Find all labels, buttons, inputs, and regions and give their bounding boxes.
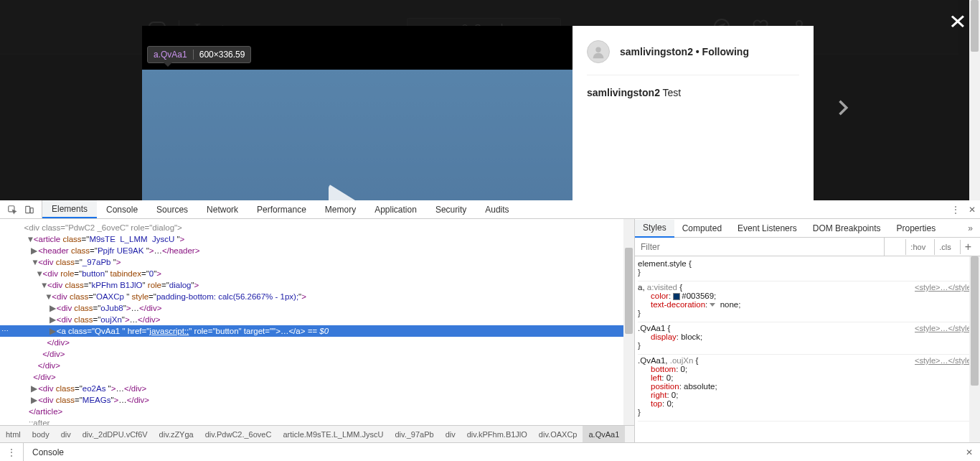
breadcrumb-item[interactable]: div.OAXCp (533, 426, 583, 442)
styles-toggle-hov[interactable]: :hov (905, 239, 930, 255)
post-sidebar: samlivingston2 • Following samlivingston… (573, 26, 814, 200)
inspect-element-icon[interactable] (7, 205, 17, 215)
styles-toolbar: :hov.cls+ (635, 238, 980, 256)
devtools-tab-console[interactable]: Console (97, 200, 147, 218)
breadcrumb-item[interactable]: html (0, 426, 27, 442)
dom-node[interactable]: ▶<div class="eo2As ">…</div> (0, 383, 634, 394)
styles-scrollbar-thumb[interactable] (971, 256, 979, 386)
devtools-tab-security[interactable]: Security (426, 200, 476, 218)
dom-scrollbar-thumb[interactable] (625, 248, 633, 334)
dom-node[interactable]: </article> (0, 406, 634, 417)
devtools-tabs-right: ⋮ ✕ (951, 205, 976, 215)
styles-tab-properties[interactable]: Properties (888, 219, 943, 237)
dom-node[interactable]: ▶<div class="MEAGs">…</div> (0, 394, 634, 406)
dom-node[interactable]: ▶<header class="Ppjfr UE9AK ">…</header> (0, 245, 634, 256)
dom-breadcrumbs[interactable]: htmlbodydivdiv._2dDPU.vCf6Vdiv.zZYgadiv.… (0, 425, 634, 442)
breadcrumb-item[interactable]: div.PdwC2._6oveC (199, 426, 278, 442)
styles-filter-input[interactable] (635, 238, 885, 256)
page-scrollbar-thumb[interactable] (971, 0, 979, 52)
breadcrumb-item[interactable]: div (55, 426, 77, 442)
post-caption: samlivingston2 Test (587, 75, 799, 98)
dom-scrollbar[interactable] (623, 219, 634, 425)
avatar[interactable] (587, 40, 610, 63)
css-rule[interactable]: <style>…</style>.QvAa1 {display: block;} (638, 322, 977, 355)
devtools-tab-performance[interactable]: Performance (248, 200, 316, 218)
devtools-tab-sources[interactable]: Sources (147, 200, 197, 218)
page-scrollbar[interactable] (969, 0, 980, 200)
css-rule[interactable]: <style>…</style>a, a:visited {color: #00… (638, 281, 977, 322)
dom-node[interactable]: </div> (0, 337, 634, 348)
devtools-main-tabs: ElementsConsoleSourcesNetworkPerformance… (0, 200, 980, 219)
styles-scrollbar[interactable] (969, 256, 980, 442)
tooltip-selector: a.QvAa1 (154, 50, 187, 60)
breadcrumb-item[interactable]: div (440, 426, 461, 442)
breadcrumb-item[interactable]: div._97aPb (389, 426, 439, 442)
devtools-body: <div class="PdwC2 _6oveC" role="dialog">… (0, 219, 980, 442)
devtools-drawer: ⋮ Console ✕ (0, 442, 980, 461)
post-username[interactable]: samlivingston2 (620, 46, 693, 57)
caption-username[interactable]: samlivingston2 (587, 87, 660, 98)
breadcrumb-item[interactable]: body (27, 426, 55, 442)
devtools-kebab-icon[interactable]: ⋮ (951, 205, 960, 215)
svg-point-5 (595, 47, 600, 52)
dom-node[interactable]: ▶<a class="QvAa1 " href="javascript:;" r… (0, 325, 634, 337)
devtools-tab-application[interactable]: Application (365, 200, 426, 218)
devtools-tab-memory[interactable]: Memory (316, 200, 365, 218)
breadcrumb-item[interactable]: a.QvAa1 (583, 426, 625, 442)
device-toggle-icon[interactable] (24, 205, 34, 215)
drawer-close-icon[interactable]: ✕ (966, 447, 973, 457)
follow-state[interactable]: Following (702, 46, 749, 57)
styles-toggle-add[interactable]: + (960, 240, 976, 254)
drawer-kebab-icon[interactable]: ⋮ (0, 443, 24, 461)
drawer-console-tab[interactable]: Console (24, 447, 72, 457)
svg-rect-7 (26, 206, 30, 213)
post-username-row: samlivingston2 • Following (620, 46, 749, 57)
caption-text: Test (663, 87, 682, 98)
styles-tab-event-listeners[interactable]: Event Listeners (730, 219, 805, 237)
play-icon (329, 184, 370, 200)
styles-tabs-overflow-icon[interactable]: » (961, 223, 980, 233)
dom-node[interactable]: ▼<div class="_97aPb "> (0, 256, 634, 268)
styles-tab-styles[interactable]: Styles (635, 220, 674, 238)
styles-tab-computed[interactable]: Computed (674, 219, 730, 237)
breadcrumb-item[interactable]: div._2dDPU.vCf6V (77, 426, 154, 442)
breadcrumb-item[interactable]: div.zZYga (154, 426, 199, 442)
devtools-tab-audits[interactable]: Audits (476, 200, 518, 218)
devtools-close-icon[interactable]: ✕ (969, 205, 976, 215)
devtools-tab-elements[interactable]: Elements (42, 200, 97, 218)
dom-node[interactable]: </div> (0, 348, 634, 360)
styles-tabs: StylesComputedEvent ListenersDOM Breakpo… (635, 219, 980, 238)
styles-toggles: :hov.cls+ (901, 239, 980, 255)
dom-node[interactable]: <div class="PdwC2 _6oveC" role="dialog"> (0, 222, 634, 233)
instagram-page-background: Instagram Search samliv (0, 0, 980, 200)
devtools-tab-network[interactable]: Network (197, 200, 248, 218)
dom-node[interactable]: ▼<div role="button" tabindex="0"> (0, 268, 634, 279)
avatar-placeholder-icon (590, 44, 606, 60)
inspector-size-tooltip: a.QvAa1 600×336.59 (147, 46, 251, 63)
breadcrumb-item[interactable]: article.M9sTE.L_LMM.JyscU (277, 426, 389, 442)
styles-pane: StylesComputedEvent ListenersDOM Breakpo… (635, 219, 980, 442)
styles-toggle-cls[interactable]: .cls (934, 239, 956, 255)
dom-node[interactable]: </div> (0, 360, 634, 371)
dom-node[interactable]: ::after (0, 417, 634, 425)
close-modal-button[interactable]: ✕ (948, 10, 966, 34)
dom-node[interactable]: ▼<div class="OAXCp " style="padding-bott… (0, 291, 634, 302)
next-post-arrow[interactable] (832, 92, 852, 124)
css-rule[interactable]: <style>…</style>.QvAa1, .oujXn {bottom: … (638, 355, 977, 422)
tooltip-dimensions: 600×336.59 (199, 50, 245, 60)
css-rule[interactable]: element.style {} (638, 258, 977, 281)
breadcrumb-item[interactable]: div.kPFhm.B1JlO (461, 426, 533, 442)
dom-node[interactable]: </div> (0, 371, 634, 383)
styles-rules-list[interactable]: element.style {}<style>…</style>a, a:vis… (635, 256, 980, 442)
dom-node[interactable]: ▶<div class="oujXn">…</div> (0, 314, 634, 325)
styles-tab-dom-breakpoints[interactable]: DOM Breakpoints (805, 219, 889, 237)
post-header: samlivingston2 • Following (587, 40, 799, 75)
dot-separator: • (696, 46, 702, 57)
svg-rect-8 (30, 208, 33, 213)
dom-node[interactable]: ▼<div class="kPFhm B1JlO" role="dialog"> (0, 279, 634, 291)
dom-node[interactable]: ▶<div class="oJub8">…</div> (0, 302, 634, 314)
devtools-panel: ElementsConsoleSourcesNetworkPerformance… (0, 200, 980, 461)
dom-node[interactable]: ▼<article class="M9sTE L_LMM JyscU "> (0, 233, 634, 245)
play-button[interactable] (329, 184, 370, 200)
elements-dom-tree[interactable]: <div class="PdwC2 _6oveC" role="dialog">… (0, 219, 635, 442)
